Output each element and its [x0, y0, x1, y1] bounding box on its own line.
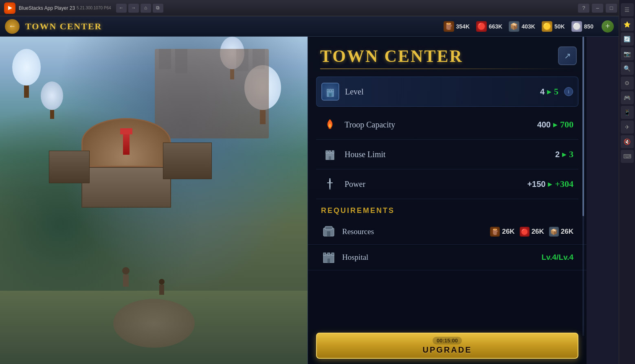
- wood-icon: 🪵: [444, 21, 454, 32]
- troop-capacity-row: Troop Capacity 400 ▶ 700: [316, 110, 578, 140]
- wood-value: 354K: [456, 23, 470, 30]
- hospital-req-label: Hospital: [342, 253, 542, 262]
- minimize-button[interactable]: –: [592, 4, 603, 13]
- sword-icon: [321, 175, 339, 193]
- troop-next: 700: [560, 119, 573, 130]
- back-arrow-icon: ←: [9, 22, 16, 31]
- help-button[interactable]: ?: [578, 4, 589, 13]
- sidebar-icon-2[interactable]: ⭐: [621, 18, 634, 31]
- sidebar-icon-11[interactable]: ⌨: [621, 150, 634, 163]
- svg-point-14: [329, 180, 331, 182]
- sidebar-icon-7[interactable]: 🎮: [621, 91, 634, 104]
- house-current: 2: [555, 150, 560, 159]
- power-next: +304: [555, 179, 573, 189]
- svg-rect-19: [323, 253, 326, 255]
- back-nav-icon[interactable]: ←: [116, 4, 127, 13]
- info-panel: Town Center ↗ Level 4 ▶ 5: [308, 37, 587, 364]
- sidebar-icon-10[interactable]: 🔇: [621, 135, 634, 148]
- add-resource-button[interactable]: +: [602, 20, 614, 33]
- house-limit-label: House Limit: [345, 150, 555, 159]
- svg-rect-22: [327, 259, 330, 263]
- requirements-title: REQUIREMENTS: [321, 206, 395, 215]
- wood-req: 🪵 26K: [490, 227, 514, 237]
- stone-req-value: 26K: [561, 228, 573, 236]
- silver-value: 850: [584, 23, 593, 30]
- svg-rect-1: [327, 89, 329, 92]
- silver-icon: ⚪: [571, 21, 582, 32]
- fire-icon: [321, 116, 339, 134]
- resource-bar: 🪵 354K 🔴 663K 📦 403K 🟡 50K ⚪ 850 +: [444, 20, 614, 33]
- maximize-button[interactable]: □: [606, 4, 617, 13]
- ground-plaza: [0, 291, 308, 364]
- stone-icon: 📦: [509, 21, 519, 32]
- resources-req-values: 🪵 26K 🔴 26K 📦 26K: [490, 227, 573, 237]
- food-req-value: 26K: [532, 228, 544, 236]
- gold-value: 50K: [554, 23, 565, 30]
- title-underline: [320, 68, 574, 69]
- gold-resource: 🟡 50K: [542, 21, 565, 32]
- upgrade-timer: 00:15:00: [433, 337, 462, 344]
- level-label: Level: [345, 87, 540, 96]
- figure-1: [122, 267, 130, 287]
- sidebar-icon-1[interactable]: ☰: [621, 3, 634, 16]
- stats-section: Level 4 ▶ 5 i Troop Capacity 400: [308, 77, 587, 199]
- scroll-indicator[interactable]: [582, 37, 584, 336]
- food-icon: 🔴: [476, 21, 487, 32]
- stone-resource: 📦 403K: [509, 21, 535, 32]
- sidebar-icon-9[interactable]: ✈: [621, 121, 634, 134]
- wood-req-value: 26K: [502, 228, 514, 236]
- svg-marker-13: [329, 188, 331, 189]
- figure-2: [159, 279, 165, 295]
- back-button[interactable]: ←: [5, 19, 20, 34]
- right-sidebar: ☰ ⭐ 🔄 📷 🔍 ⚙ 🎮 📱 ✈ 🔇 ⌨: [619, 0, 635, 364]
- game-header: ← TOWN CENTER 🪵 354K 🔴 663K 📦 403K 🟡 50K…: [0, 16, 619, 37]
- info-icon[interactable]: i: [564, 87, 573, 96]
- panel-title-area: Town Center ↗: [308, 37, 587, 77]
- house-limit-row: House Limit 2 ▶ 3: [316, 140, 578, 169]
- gold-icon: 🟡: [542, 21, 552, 32]
- power-current: +150: [527, 180, 545, 189]
- window-nav-icon[interactable]: ⧉: [153, 4, 163, 13]
- stone-req: 📦 26K: [549, 227, 573, 237]
- wood-resource: 🪵 354K: [444, 21, 470, 32]
- svg-rect-17: [327, 231, 330, 236]
- stone-value: 403K: [521, 23, 535, 30]
- svg-rect-21: [332, 253, 334, 255]
- hospital-req-value: Lv.4/Lv.4: [542, 253, 574, 262]
- resources-req-row: Resources 🪵 26K 🔴 26K 📦 26K: [308, 219, 587, 245]
- app-logo: ▶: [4, 2, 15, 14]
- troop-arrow-icon: ▶: [553, 121, 558, 128]
- sidebar-icon-6[interactable]: ⚙: [621, 77, 634, 90]
- castle-icon: [321, 83, 339, 101]
- svg-rect-3: [332, 89, 334, 92]
- tree-left-2: [41, 81, 63, 119]
- upgrade-label: UPGRADE: [422, 345, 472, 355]
- level-arrow-icon: ▶: [547, 88, 552, 95]
- background-castle: [155, 49, 269, 138]
- food-req: 🔴 26K: [520, 227, 544, 237]
- house-limit-value: 2 ▶ 3: [555, 149, 573, 160]
- house-next: 3: [569, 149, 573, 160]
- sidebar-icon-3[interactable]: 🔄: [621, 33, 634, 46]
- level-value: 4 ▶ 5 i: [540, 86, 573, 97]
- share-button[interactable]: ↗: [558, 46, 577, 65]
- stone-req-icon: 📦: [549, 227, 559, 237]
- svg-rect-16: [325, 226, 332, 230]
- svg-rect-4: [329, 93, 332, 96]
- troop-current: 400: [537, 120, 551, 129]
- sidebar-icon-5[interactable]: 🔍: [621, 62, 634, 75]
- title-bar: ▶ BlueStacks App Player 23 5.21.300.1070…: [0, 0, 635, 16]
- power-row: Power +150 ▶ +304: [316, 169, 578, 199]
- sidebar-icon-4[interactable]: 📷: [621, 47, 634, 60]
- troop-capacity-label: Troop Capacity: [345, 120, 537, 129]
- silver-resource: ⚪ 850: [571, 21, 593, 32]
- main-building: [81, 118, 171, 208]
- svg-point-5: [328, 127, 332, 129]
- troop-capacity-value: 400 ▶ 700: [537, 119, 573, 130]
- upgrade-button[interactable]: 00:15:00 UPGRADE: [316, 333, 578, 359]
- home-nav-icon[interactable]: ⌂: [141, 4, 151, 13]
- forward-nav-icon[interactable]: →: [128, 4, 139, 13]
- scroll-thumb: [582, 37, 584, 216]
- sidebar-icon-8[interactable]: 📱: [621, 106, 634, 119]
- building-title: Town Center: [320, 46, 574, 66]
